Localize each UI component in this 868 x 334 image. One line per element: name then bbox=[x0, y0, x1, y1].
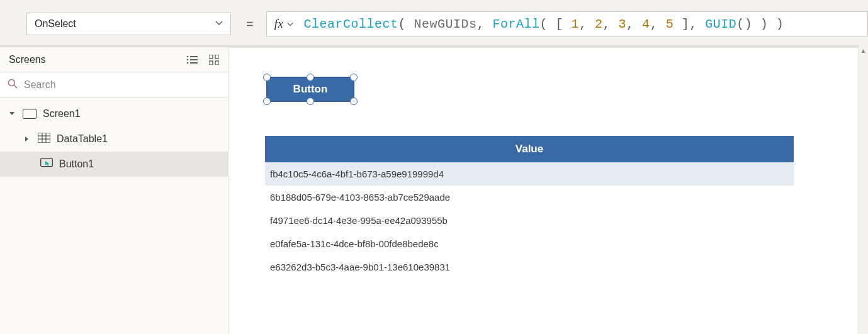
chevron-down-icon[interactable] bbox=[287, 17, 303, 31]
svg-rect-1 bbox=[190, 56, 198, 57]
tree-item-label: Screen1 bbox=[43, 108, 81, 120]
expand-icon[interactable] bbox=[23, 136, 31, 142]
scroll-up-icon[interactable]: ▲ bbox=[859, 45, 868, 56]
chevron-down-icon bbox=[215, 18, 223, 30]
vertical-scrollbar[interactable]: ▲ bbox=[858, 45, 868, 334]
collapse-icon[interactable] bbox=[8, 111, 16, 117]
property-dropdown[interactable]: OnSelect bbox=[26, 13, 231, 35]
canvas[interactable]: Button Value fb4c10c5-4c6a-4bf1-b673-a59… bbox=[228, 47, 868, 334]
svg-line-11 bbox=[14, 86, 18, 89]
svg-rect-8 bbox=[209, 61, 213, 65]
table-header[interactable]: Value bbox=[265, 136, 794, 162]
tree-item-label: DataTable1 bbox=[57, 133, 108, 145]
property-label: OnSelect bbox=[35, 18, 76, 30]
svg-point-10 bbox=[9, 80, 15, 86]
table-row[interactable]: e0fafe5a-131c-4dce-bf8b-00fde8bede8c bbox=[265, 232, 794, 255]
svg-rect-7 bbox=[215, 55, 219, 58]
datatable-icon bbox=[38, 133, 50, 145]
fx-icon: fx bbox=[274, 17, 284, 31]
svg-point-2 bbox=[187, 58, 189, 60]
panel-title: Screens bbox=[9, 54, 46, 65]
resize-handle[interactable] bbox=[307, 74, 314, 81]
formula-bar: OnSelect = fx ClearCollect( NewGUIDs, Fo… bbox=[0, 0, 868, 47]
resize-handle[interactable] bbox=[350, 97, 358, 105]
svg-rect-3 bbox=[190, 59, 198, 60]
button-icon bbox=[40, 158, 53, 170]
svg-rect-6 bbox=[209, 55, 213, 58]
tree-item-screen1[interactable]: Screen1 bbox=[0, 101, 228, 126]
svg-point-0 bbox=[187, 55, 189, 57]
svg-point-4 bbox=[187, 62, 189, 64]
table-row[interactable]: e63262d3-b5c3-4aae-9b01-13e610e39831 bbox=[265, 255, 794, 279]
panel-header: Screens bbox=[0, 47, 228, 72]
svg-rect-12 bbox=[38, 133, 50, 143]
table-row[interactable]: fb4c10c5-4c6a-4bf1-b673-a59e919999d4 bbox=[265, 162, 794, 186]
tree: Screen1 DataTable1 bbox=[0, 97, 228, 177]
tree-item-button1[interactable]: Button1 bbox=[0, 152, 228, 177]
screen-icon bbox=[23, 109, 37, 119]
table-row[interactable]: 6b188d05-679e-4103-8653-ab7ce529aade bbox=[265, 186, 794, 209]
formula-text: ClearCollect( NewGUIDs, ForAll( [ 1, 2, … bbox=[303, 17, 784, 31]
resize-handle[interactable] bbox=[350, 74, 358, 81]
datatable-control[interactable]: Value fb4c10c5-4c6a-4bf1-b673-a59e919999… bbox=[265, 136, 794, 279]
search-input[interactable]: Search bbox=[0, 72, 228, 97]
button-control[interactable]: Button bbox=[266, 77, 354, 102]
search-placeholder: Search bbox=[24, 79, 56, 91]
grid-icon[interactable] bbox=[209, 55, 219, 65]
button-text: Button bbox=[293, 83, 328, 96]
tree-item-label: Button1 bbox=[59, 159, 94, 170]
tree-item-datatable1[interactable]: DataTable1 bbox=[0, 126, 228, 152]
table-row[interactable]: f4971ee6-dc14-4e3e-995a-ee42a093955b bbox=[265, 209, 794, 232]
svg-rect-9 bbox=[215, 61, 219, 65]
resize-handle[interactable] bbox=[263, 97, 271, 105]
equals-sign: = bbox=[246, 17, 254, 31]
list-icon[interactable] bbox=[186, 55, 198, 64]
svg-rect-5 bbox=[190, 62, 198, 64]
formula-input[interactable]: fx ClearCollect( NewGUIDs, ForAll( [ 1, … bbox=[266, 11, 868, 36]
search-icon bbox=[8, 79, 18, 91]
resize-handle[interactable] bbox=[263, 74, 271, 81]
resize-handle[interactable] bbox=[307, 97, 314, 105]
tree-view-panel: Screens bbox=[0, 47, 228, 334]
